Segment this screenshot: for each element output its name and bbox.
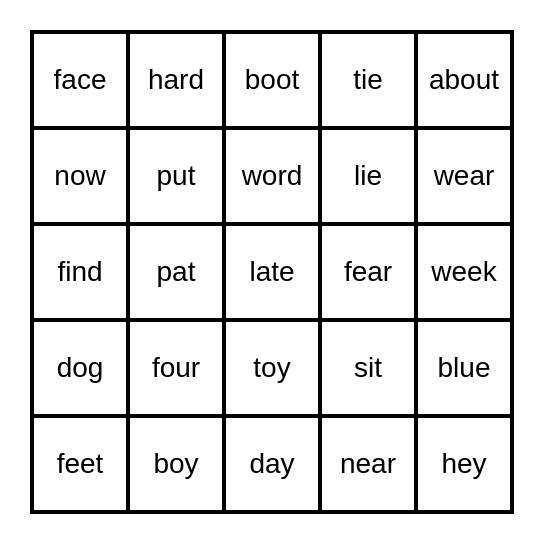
grid-cell-fear: fear [320,224,416,320]
word-grid: facehardboottieaboutnowputwordliewearfin… [30,30,514,514]
grid-cell-face: face [32,32,128,128]
grid-cell-late: late [224,224,320,320]
grid-cell-day: day [224,416,320,512]
grid-cell-find: find [32,224,128,320]
grid-cell-sit: sit [320,320,416,416]
grid-cell-blue: blue [416,320,512,416]
grid-cell-wear: wear [416,128,512,224]
grid-cell-pat: pat [128,224,224,320]
grid-cell-near: near [320,416,416,512]
grid-cell-boy: boy [128,416,224,512]
grid-cell-dog: dog [32,320,128,416]
grid-cell-toy: toy [224,320,320,416]
grid-cell-word: word [224,128,320,224]
grid-cell-now: now [32,128,128,224]
grid-cell-boot: boot [224,32,320,128]
grid-cell-week: week [416,224,512,320]
grid-cell-feet: feet [32,416,128,512]
grid-cell-lie: lie [320,128,416,224]
grid-cell-put: put [128,128,224,224]
grid-cell-hard: hard [128,32,224,128]
grid-cell-about: about [416,32,512,128]
grid-cell-tie: tie [320,32,416,128]
grid-cell-four: four [128,320,224,416]
grid-cell-hey: hey [416,416,512,512]
